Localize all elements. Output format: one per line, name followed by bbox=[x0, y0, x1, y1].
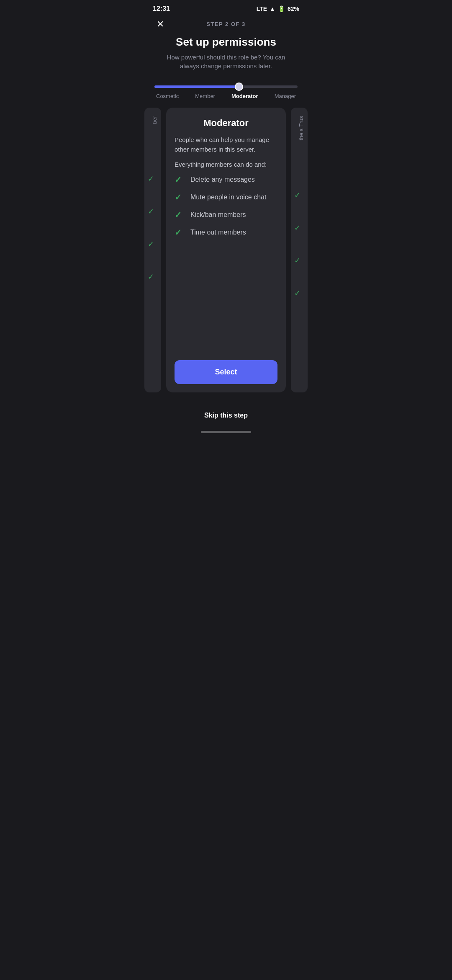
left-check-1: ✓ bbox=[148, 174, 158, 183]
card-moderator: Moderator People who can help you manage… bbox=[166, 108, 286, 392]
close-icon: ✕ bbox=[157, 19, 164, 30]
home-bar bbox=[201, 431, 251, 433]
right-partial-checks: ✓ ✓ ✓ ✓ bbox=[294, 191, 304, 298]
network-icon: LTE bbox=[257, 5, 267, 12]
time: 12:31 bbox=[153, 5, 170, 13]
main-title: Set up permissions bbox=[157, 36, 295, 49]
check-icon-2: ✓ bbox=[175, 192, 185, 202]
feature-text-4: Time out members bbox=[190, 229, 246, 236]
card-right-partial: Trus the s ✓ ✓ ✓ ✓ bbox=[291, 108, 308, 392]
home-indicator bbox=[144, 428, 308, 440]
slider-label-moderator[interactable]: Moderator bbox=[231, 93, 258, 99]
check-icon-4: ✓ bbox=[175, 227, 185, 237]
feature-item-4: ✓ Time out members bbox=[175, 227, 277, 237]
feature-text-2: Mute people in voice chat bbox=[190, 193, 266, 201]
cards-container: ber ✓ ✓ ✓ ✓ Moderator People who can hel… bbox=[144, 101, 308, 399]
card-description: People who can help you manage other mem… bbox=[175, 135, 277, 154]
left-check-2: ✓ bbox=[148, 207, 158, 216]
right-check-2: ✓ bbox=[294, 223, 304, 232]
card-title: Moderator bbox=[175, 118, 277, 129]
slider-section: Cosmetic Member Moderator Manager bbox=[144, 79, 308, 101]
header: ✕ STEP 2 OF 3 bbox=[144, 16, 308, 32]
feature-item-1: ✓ Delete any messages bbox=[175, 175, 277, 185]
check-icon-3: ✓ bbox=[175, 210, 185, 220]
status-bar: 12:31 LTE ▲ 🔋 62% bbox=[144, 0, 308, 16]
status-right: LTE ▲ 🔋 62% bbox=[257, 5, 299, 12]
feature-item-2: ✓ Mute people in voice chat bbox=[175, 192, 277, 202]
slider-thumb bbox=[235, 83, 243, 91]
right-partial-title-1: Trus bbox=[294, 116, 304, 127]
slider-labels: Cosmetic Member Moderator Manager bbox=[154, 93, 298, 99]
skip-button[interactable]: Skip this step bbox=[204, 412, 248, 419]
feature-list: ✓ Delete any messages ✓ Mute people in v… bbox=[175, 175, 277, 350]
feature-item-3: ✓ Kick/ban members bbox=[175, 210, 277, 220]
check-icon-1: ✓ bbox=[175, 175, 185, 185]
select-button[interactable]: Select bbox=[175, 360, 277, 384]
right-partial-title-2: the s bbox=[294, 129, 304, 140]
slider-track[interactable] bbox=[154, 85, 298, 88]
right-check-1: ✓ bbox=[294, 191, 304, 200]
slider-label-cosmetic[interactable]: Cosmetic bbox=[156, 93, 179, 99]
close-button[interactable]: ✕ bbox=[153, 17, 168, 32]
left-check-4: ✓ bbox=[148, 272, 158, 281]
right-check-3: ✓ bbox=[294, 256, 304, 265]
signal-icon: ▲ bbox=[270, 5, 275, 12]
step-label: STEP 2 OF 3 bbox=[206, 21, 246, 27]
skip-section: Skip this step bbox=[144, 399, 308, 428]
feature-text-1: Delete any messages bbox=[190, 176, 255, 183]
card-left-partial: ber ✓ ✓ ✓ ✓ bbox=[144, 108, 161, 392]
left-partial-checks: ✓ ✓ ✓ ✓ bbox=[148, 174, 158, 281]
battery-percent: 62% bbox=[288, 5, 299, 12]
subtitle: How powerful should this role be? You ca… bbox=[157, 53, 295, 70]
slider-label-member[interactable]: Member bbox=[195, 93, 215, 99]
left-partial-title: ber bbox=[148, 116, 158, 124]
battery-icon: 🔋 bbox=[278, 5, 285, 12]
feature-text-3: Kick/ban members bbox=[190, 211, 246, 219]
slider-fill bbox=[154, 85, 240, 88]
card-sublabel: Everything members can do and: bbox=[175, 161, 277, 168]
slider-label-manager[interactable]: Manager bbox=[275, 93, 296, 99]
left-check-3: ✓ bbox=[148, 240, 158, 249]
title-section: Set up permissions How powerful should t… bbox=[144, 32, 308, 79]
right-check-4: ✓ bbox=[294, 289, 304, 298]
